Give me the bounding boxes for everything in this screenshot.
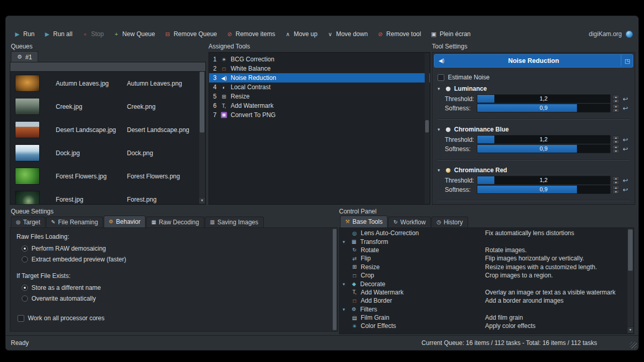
resize-grip[interactable] (630, 342, 637, 349)
assigned-tool-row[interactable]: 2 □ White Balance (209, 64, 430, 73)
revert-default-icon[interactable]: ↩ (621, 177, 630, 184)
assigned-tools-scrollbar[interactable] (425, 53, 429, 204)
menu-item[interactable] (28, 21, 37, 23)
tab[interactable]: ▥ Saving Images (205, 217, 264, 227)
assigned-tool-row[interactable]: 1 ☀ BCG Correction (209, 55, 430, 64)
toolbar-button[interactable]: ▶ Run (11, 29, 38, 39)
section-header[interactable]: ▾ Chrominance Red (437, 167, 631, 174)
toolbar-button[interactable]: ⊘ Remove tool (374, 29, 424, 39)
estimate-noise-checkbox[interactable] (438, 74, 444, 81)
expander-icon[interactable]: ▾ (343, 282, 348, 287)
base-tool-row[interactable]: ▾ □ Add Border Add a border around image… (340, 297, 634, 305)
revert-default-icon[interactable]: ↩ (621, 186, 630, 193)
radio-option[interactable]: Store as a different name (22, 284, 331, 291)
softness-spinner[interactable]: ▴ ▾ (613, 186, 619, 194)
base-tool-row[interactable]: ▾ ⚙ Filters (340, 305, 634, 314)
processor-cores-option[interactable]: Work on all processor cores (18, 315, 331, 322)
threshold-spinner[interactable]: ▴ ▾ (613, 176, 619, 185)
radio-button[interactable] (22, 285, 28, 291)
spin-down-icon[interactable]: ▾ (613, 99, 619, 103)
queue-item-row[interactable]: Dock.jpg Dock.png (10, 141, 205, 164)
queue-settings-scrollbar[interactable] (332, 228, 337, 331)
tab[interactable]: ✎ File Renaming (46, 217, 103, 227)
menu-item[interactable] (10, 21, 18, 23)
softness-slider[interactable]: 0,9 (477, 185, 610, 194)
tab[interactable]: ▦ Raw Decoding (146, 217, 204, 227)
spin-down-icon[interactable]: ▾ (613, 149, 619, 153)
spin-down-icon[interactable]: ▾ (613, 108, 619, 112)
radio-button[interactable] (22, 295, 28, 302)
menu-item[interactable] (47, 21, 55, 23)
threshold-slider[interactable]: 1,2 (477, 135, 610, 144)
assigned-tool-row[interactable]: 6 T, Add Watermark (209, 101, 430, 110)
tab[interactable]: ◷ History (431, 217, 468, 227)
toolbar-button[interactable]: ∨ Move down (324, 29, 371, 39)
expander-icon[interactable]: ▾ (343, 307, 348, 312)
assigned-tool-row[interactable]: 3 ◀) Noise Reduction (209, 73, 430, 83)
queue-item-row[interactable]: Creek.jpg Creek.png (10, 95, 205, 118)
base-tool-row[interactable]: ▾ ▤ Film Grain Add film grain (340, 314, 634, 322)
queue-tab-1[interactable]: ⚙ #1 (11, 51, 38, 62)
queue-item-row[interactable]: Autumn Leaves.jpg Autumn Leaves.png (10, 72, 205, 95)
queue-item-row[interactable]: Forest Flowers.jpg Forest Flowers.png (10, 164, 205, 188)
base-tool-row[interactable]: ▾ ◎ Lens Auto-Correction Fix automatical… (340, 229, 634, 237)
toolbar-button[interactable]: + New Queue (110, 29, 158, 39)
toolbar-button[interactable]: ∧ Move up (281, 29, 320, 39)
scrollbar-thumb[interactable] (425, 120, 429, 133)
collapse-arrow-icon[interactable]: ▾ (438, 86, 442, 91)
section-header[interactable]: ▾ Luminance (437, 85, 631, 92)
threshold-slider[interactable]: 1,2 (477, 94, 610, 103)
active-tool-header[interactable]: ◀) Noise Reduction ◳ (434, 54, 633, 68)
revert-default-icon[interactable]: ↩ (621, 95, 630, 103)
revert-default-icon[interactable]: ↩ (621, 136, 630, 143)
section-header[interactable]: ▾ Chrominance Blue (437, 126, 631, 133)
radio-option[interactable]: Extract embedded preview (faster) (22, 255, 331, 263)
spin-up-icon[interactable]: ▴ (613, 136, 619, 140)
threshold-slider[interactable]: 1,2 (477, 176, 610, 185)
base-tool-row[interactable]: ▾ ◆ Decorate (340, 279, 634, 288)
spin-down-icon[interactable]: ▾ (613, 140, 619, 144)
scrollbar-thumb[interactable] (628, 229, 633, 271)
spin-down-icon[interactable]: ▾ (613, 180, 619, 185)
queue-table-scrollbar[interactable] (199, 72, 205, 197)
expander-icon[interactable]: ▾ (343, 239, 348, 244)
collapse-arrow-icon[interactable]: ▾ (438, 168, 442, 173)
softness-spinner[interactable]: ▴ ▾ (613, 145, 619, 153)
radio-option[interactable]: Overwrite automatically (22, 294, 331, 302)
tab[interactable]: ↻ Workflow (388, 217, 431, 227)
base-tool-row[interactable]: ▾ ▦ Transform (340, 237, 634, 245)
radio-button[interactable] (22, 245, 28, 252)
scrollbar-thumb[interactable] (333, 229, 336, 330)
spin-up-icon[interactable]: ▴ (613, 186, 619, 190)
menu-item[interactable] (38, 21, 46, 23)
spin-up-icon[interactable]: ▴ (613, 104, 619, 108)
base-tool-row[interactable]: ▾ ↻ Rotate Rotate images. (340, 246, 634, 254)
revert-default-icon[interactable]: ↩ (621, 105, 630, 112)
menu-item[interactable] (19, 21, 27, 23)
processor-cores-checkbox[interactable] (18, 315, 24, 322)
softness-spinner[interactable]: ▴ ▾ (613, 104, 619, 112)
toolbar-button[interactable]: ⊘ Remove items (223, 29, 278, 39)
radio-option[interactable]: Perform RAW demosaicing (22, 244, 331, 252)
softness-slider[interactable]: 0,9 (477, 104, 610, 112)
estimate-noise-option[interactable]: Estimate Noise (438, 74, 630, 81)
base-tool-row[interactable]: ▾ T, Add Watermark Overlay an image or t… (340, 288, 634, 297)
base-tool-row[interactable]: ▾ ⇄ Flip Flip images horizontally or ver… (340, 254, 634, 262)
collapse-arrow-icon[interactable]: ▾ (438, 127, 442, 132)
scroll-down-button[interactable]: ▾ (627, 327, 633, 333)
spin-down-icon[interactable]: ▾ (613, 190, 619, 194)
scroll-down-button[interactable]: ▾ (199, 198, 205, 204)
tab[interactable]: ⚙ Behavior (104, 216, 146, 227)
assigned-tool-row[interactable]: 4 ◐ Local Contrast (209, 83, 430, 92)
scrollbar-thumb[interactable] (200, 72, 204, 133)
toolbar-button[interactable]: ▶ Run all (41, 29, 75, 39)
tool-header-menu-icon[interactable]: ◳ (621, 55, 630, 66)
spin-up-icon[interactable]: ▴ (613, 95, 619, 99)
base-tool-row[interactable]: ▾ ⊞ Resize Resize images with a customiz… (340, 263, 634, 271)
spin-up-icon[interactable]: ▴ (613, 176, 619, 180)
revert-default-icon[interactable]: ↩ (621, 145, 630, 153)
tab[interactable]: ⚒ Base Tools (340, 216, 388, 227)
base-tool-row[interactable]: ▾ ✳ Color Effects Apply color effects (340, 322, 634, 330)
queue-item-row[interactable]: Desert Landscape.jpg Desert Landscape.pn… (10, 118, 205, 141)
toolbar-button[interactable]: ⊟ Remove Queue (161, 29, 220, 39)
